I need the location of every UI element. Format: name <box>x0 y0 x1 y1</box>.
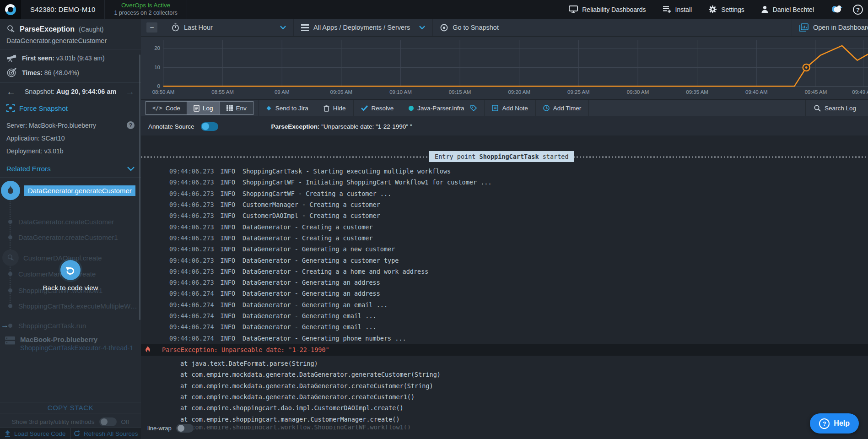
thread-server-node[interactable]: MacBook-Pro.blueberry ShoppingCartTaskEx… <box>0 336 141 352</box>
snapshot-prev-arrow-icon[interactable]: ← <box>6 87 16 96</box>
snapshot-next-arrow-icon[interactable]: → <box>125 87 135 96</box>
log-entry-row[interactable]: 09:44:06.274 INFO DataGenerator - Genera… <box>141 299 868 310</box>
entry-point-tag: Entry point ShoppingCartTask started <box>429 151 574 162</box>
log-entry-row[interactable]: 09:44:06.274 INFO DataGenerator - Genera… <box>141 321 868 332</box>
log-entry-row[interactable]: 09:44:06.274 INFO DataGenerator - Genera… <box>141 288 868 299</box>
workspace-section[interactable]: S42380: DEMO-M10 <box>21 0 105 19</box>
stack-frame[interactable]: at com.empire.mockdata.generate.DataGene… <box>141 369 868 380</box>
log-entry-message: CustomerDAOImpl - Creating a customer <box>243 212 380 219</box>
log-entry-time: 09:44:06.273 <box>169 168 214 175</box>
nav-install[interactable]: Install <box>663 5 692 13</box>
related-error-item-selected[interactable]: DataGenerator.generateCustomer <box>0 180 141 201</box>
application-value: SCart10 <box>41 135 65 142</box>
whats-new-button[interactable] <box>830 5 842 15</box>
times-label: Times: <box>22 69 43 76</box>
hide-button[interactable]: Hide <box>316 100 353 116</box>
related-error-item[interactable]: DataGenerator.createCustomer1 <box>0 233 141 242</box>
search-log-button[interactable]: Search Log <box>806 100 868 116</box>
x-tick-label: 09:20 AM <box>508 89 530 95</box>
log-entry-message: ShoppingCartWF - Initiating ShoppingCart… <box>243 179 492 186</box>
log-entry-time: 09:44:06.273 <box>169 257 214 264</box>
third-party-toggle[interactable] <box>99 417 117 426</box>
log-entry-row[interactable]: 09:44:06.273 INFO ShoppingCartWF - Initi… <box>141 177 868 188</box>
resolve-button[interactable]: Resolve <box>354 100 401 116</box>
x-tick-label: 09:30 AM <box>627 89 649 95</box>
log-entry-row[interactable]: 09:44:06.273 INFO DataGenerator - Genera… <box>141 255 868 266</box>
stack-frame-partial[interactable]: at com.empire.shoppingcart.workflow.Shop… <box>141 425 868 429</box>
load-source-code-button[interactable]: Load Source Code <box>0 428 70 439</box>
log-entry-row[interactable]: 09:44:06.273 INFO ShoppingCartTask - Sta… <box>141 166 868 177</box>
stack-frame-partial-wrap: at com.empire.shoppingcart.workflow.Shop… <box>141 425 868 429</box>
send-to-jira-button[interactable]: Send to Jira <box>259 100 316 116</box>
related-errors-header[interactable]: Related Errors <box>0 160 141 177</box>
overops-logo[interactable] <box>0 0 21 19</box>
related-error-item-current[interactable]: → ShoppingCartTask.run <box>0 321 141 330</box>
log-entry-row[interactable]: 09:44:06.273 INFO DataGenerator - Creati… <box>141 266 868 277</box>
view-tab-group: </> Code Log Env <box>146 101 253 115</box>
log-view[interactable]: Entry point ShoppingCartTask started 09:… <box>141 135 868 439</box>
uncaught-flame-badge <box>1 181 20 200</box>
log-entry-row[interactable]: 09:44:06.273 INFO DataGenerator - Genera… <box>141 277 868 288</box>
log-entry-row[interactable]: 09:44:06.273 INFO CustomerDAOImpl - Crea… <box>141 210 868 221</box>
scope-value: All Apps / Deployments / Servers <box>313 24 410 31</box>
server-help-icon[interactable]: ? <box>127 121 135 129</box>
log-entry-row[interactable]: 09:44:06.273 INFO DataGenerator - Genera… <box>141 244 868 255</box>
tab-env[interactable]: Env <box>220 102 253 114</box>
collector-status[interactable]: OverOps is Active 1 process on 2 collect… <box>105 0 187 19</box>
time-range-dropdown[interactable]: Last Hour <box>164 19 293 36</box>
log-entry-time: 09:44:06.273 <box>169 179 214 186</box>
x-tick-label: 09:15 AM <box>449 89 471 95</box>
force-snapshot-button[interactable]: Force Snapshot <box>0 100 141 117</box>
tab-code[interactable]: </> Code <box>146 102 187 114</box>
add-note-button[interactable]: Add Note <box>485 100 535 116</box>
stack-frame[interactable]: at java.text.DateFormat.parse(String) <box>141 358 868 369</box>
event-rate-chart[interactable]: 01020 08:50 AM08:55 AM09 AM09:05 AM09:10… <box>141 37 868 100</box>
label-chip-java-parser[interactable]: Java-Parser.infra <box>401 100 484 116</box>
annotate-source-toggle[interactable] <box>201 122 218 131</box>
back-to-code-button[interactable] <box>60 260 81 280</box>
apps-list-icon <box>301 24 309 31</box>
nav-settings[interactable]: Settings <box>708 5 744 14</box>
log-entry-level: INFO <box>221 168 236 175</box>
copy-stack-button[interactable]: COPY STACK <box>0 402 141 413</box>
stack-frame[interactable]: at com.empire.mockdata.generate.DataGene… <box>141 380 868 391</box>
log-entry-row[interactable]: 09:44:06.273 INFO CustomerManager - Crea… <box>141 199 868 210</box>
overops-app: S42380: DEMO-M10 OverOps is Active 1 pro… <box>0 0 868 439</box>
go-to-snapshot-button[interactable]: Go to Snapshot <box>433 19 506 36</box>
log-entry-row[interactable]: 09:44:06.273 INFO ShoppingCartWF - Creat… <box>141 188 868 199</box>
stack-frame[interactable]: at com.empire.mockdata.generate.DataGene… <box>141 391 868 402</box>
related-error-item[interactable]: DataGenerator.createCustomer <box>0 217 141 226</box>
log-entry-row[interactable]: 09:44:06.274 INFO DataGenerator - Genera… <box>141 332 868 343</box>
tab-log[interactable]: Log <box>187 102 220 114</box>
chevron-down-icon <box>419 26 425 29</box>
monitor-icon <box>569 5 578 13</box>
log-entry-row[interactable]: 09:44:06.274 INFO DataGenerator - Genera… <box>141 310 868 321</box>
related-error-item[interactable]: ShoppingCartTask.executeMultipleWo… <box>0 301 141 310</box>
install-icon <box>663 5 671 13</box>
event-sidebar: ParseException (Caught) DataGenerator.ge… <box>0 19 141 439</box>
add-timer-button[interactable]: Add Timer <box>536 100 589 116</box>
help-circle-button[interactable]: ? <box>852 4 863 15</box>
nav-reliability-dashboards[interactable]: Reliability Dashboards <box>569 5 646 13</box>
send-to-jira-label: Send to Jira <box>275 105 308 112</box>
stack-frame[interactable]: at com.empire.shoppingcart.manager.Custo… <box>141 413 868 424</box>
refresh-all-sources-button[interactable]: Refresh All Sources <box>70 428 141 439</box>
first-seen-label: First seen: <box>22 54 54 62</box>
exception-log-row[interactable]: ParseException: Unparseable date: "1-22-… <box>141 344 868 356</box>
log-entry-level: INFO <box>221 323 236 331</box>
line-wrap-toggle[interactable] <box>176 424 194 433</box>
stack-dot-icon <box>8 324 12 328</box>
scope-dropdown[interactable]: All Apps / Deployments / Servers <box>294 19 432 36</box>
upload-icon <box>5 430 11 437</box>
nav-user[interactable]: Daniel Bechtel <box>761 5 814 13</box>
stack-frame[interactable]: at com.empire.shoppingcart.dao.impl.Cust… <box>141 402 868 413</box>
log-entry-level: INFO <box>221 234 236 242</box>
help-button[interactable]: ? Help <box>810 413 859 434</box>
collapse-chart-button[interactable]: − <box>146 22 157 33</box>
related-error-label: ShoppingCartTask.run <box>18 322 86 330</box>
log-entry-message: DataGenerator - Creating a a home and wo… <box>243 268 428 275</box>
open-in-dashboard-button[interactable]: Open in Dashboards <box>792 19 868 36</box>
log-entry-row[interactable]: 09:44:06.273 INFO DataGenerator - Creati… <box>141 233 868 244</box>
top-nav: Reliability Dashboards Install <box>569 0 868 19</box>
log-entry-row[interactable]: 09:44:06.273 INFO DataGenerator - Creati… <box>141 221 868 232</box>
